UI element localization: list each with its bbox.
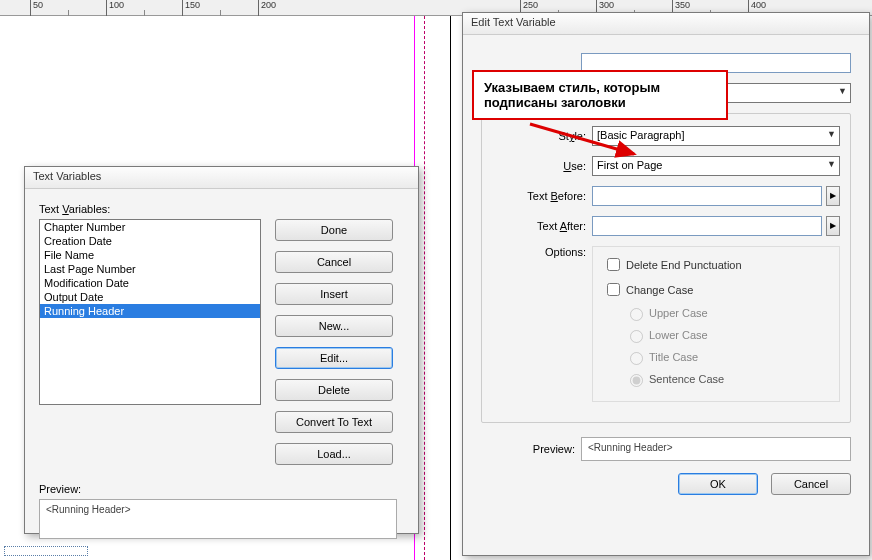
delete-button[interactable]: Delete xyxy=(275,379,393,401)
text-after-field[interactable] xyxy=(592,216,822,236)
insert-button[interactable]: Insert xyxy=(275,283,393,305)
done-button[interactable]: Done xyxy=(275,219,393,241)
margin-guide xyxy=(424,16,425,560)
options-box: Delete End Punctuation Change Case Upper… xyxy=(592,246,840,402)
use-label: Use: xyxy=(492,160,592,172)
variable-options-group: Style: [Basic Paragraph] ▼ Use: First on… xyxy=(481,113,851,423)
text-before-field[interactable] xyxy=(592,186,822,206)
page-edge xyxy=(450,16,451,560)
text-before-menu-button[interactable]: ▶ xyxy=(826,186,840,206)
preview-box: <Running Header> xyxy=(581,437,851,461)
list-item[interactable]: Output Date xyxy=(40,290,260,304)
option-label: Change Case xyxy=(626,284,693,296)
dropdown-value: First on Page xyxy=(597,159,662,171)
new-button[interactable]: New... xyxy=(275,315,393,337)
option-label: Upper Case xyxy=(649,307,708,319)
delete-end-punct-checkbox[interactable] xyxy=(607,258,620,271)
chevron-down-icon: ▼ xyxy=(827,129,836,139)
variables-listbox[interactable]: Chapter Number Creation Date File Name L… xyxy=(39,219,261,405)
text-before-label: Text Before: xyxy=(492,190,592,202)
list-item[interactable]: File Name xyxy=(40,248,260,262)
dropdown-value: [Basic Paragraph] xyxy=(597,129,684,141)
option-label: Delete End Punctuation xyxy=(626,259,742,271)
option-label: Title Case xyxy=(649,351,698,363)
chevron-down-icon: ▼ xyxy=(827,159,836,169)
list-item[interactable]: Last Page Number xyxy=(40,262,260,276)
option-label: Sentence Case xyxy=(649,373,724,385)
list-item[interactable]: Modification Date xyxy=(40,276,260,290)
annotation-callout: Указываем стиль, которым подписаны загол… xyxy=(472,70,728,120)
text-variables-dialog: Text Variables Text Variables: Chapter N… xyxy=(24,166,419,534)
list-item[interactable]: Creation Date xyxy=(40,234,260,248)
option-label: Lower Case xyxy=(649,329,708,341)
upper-case-radio xyxy=(630,308,643,321)
cancel-button[interactable]: Cancel xyxy=(771,473,851,495)
convert-to-text-button[interactable]: Convert To Text xyxy=(275,411,393,433)
ruler-tick: 100 xyxy=(106,0,124,16)
lower-case-radio xyxy=(630,330,643,343)
dialog-title: Text Variables xyxy=(25,167,418,189)
dialog-title: Edit Text Variable xyxy=(463,13,869,35)
title-case-radio xyxy=(630,352,643,365)
style-dropdown[interactable]: [Basic Paragraph] ▼ xyxy=(592,126,840,146)
chevron-down-icon: ▼ xyxy=(838,86,847,96)
use-dropdown[interactable]: First on Page ▼ xyxy=(592,156,840,176)
text-after-menu-button[interactable]: ▶ xyxy=(826,216,840,236)
edit-button[interactable]: Edit... xyxy=(275,347,393,369)
load-button[interactable]: Load... xyxy=(275,443,393,465)
list-item[interactable]: Running Header xyxy=(40,304,260,318)
list-item[interactable]: Chapter Number xyxy=(40,220,260,234)
style-label: Style: xyxy=(492,130,592,142)
ruler-tick: 200 xyxy=(258,0,276,16)
change-case-checkbox[interactable] xyxy=(607,283,620,296)
preview-box: <Running Header> xyxy=(39,499,397,539)
sentence-case-radio xyxy=(630,374,643,387)
cancel-button[interactable]: Cancel xyxy=(275,251,393,273)
ok-button[interactable]: OK xyxy=(678,473,758,495)
ruler-tick: 150 xyxy=(182,0,200,16)
ruler-tick: 50 xyxy=(30,0,43,16)
text-after-label: Text After: xyxy=(492,220,592,232)
list-label: Text Variables: xyxy=(39,203,404,215)
preview-label: Preview: xyxy=(39,483,404,495)
options-label: Options: xyxy=(492,246,592,258)
preview-label: Preview: xyxy=(481,443,581,455)
